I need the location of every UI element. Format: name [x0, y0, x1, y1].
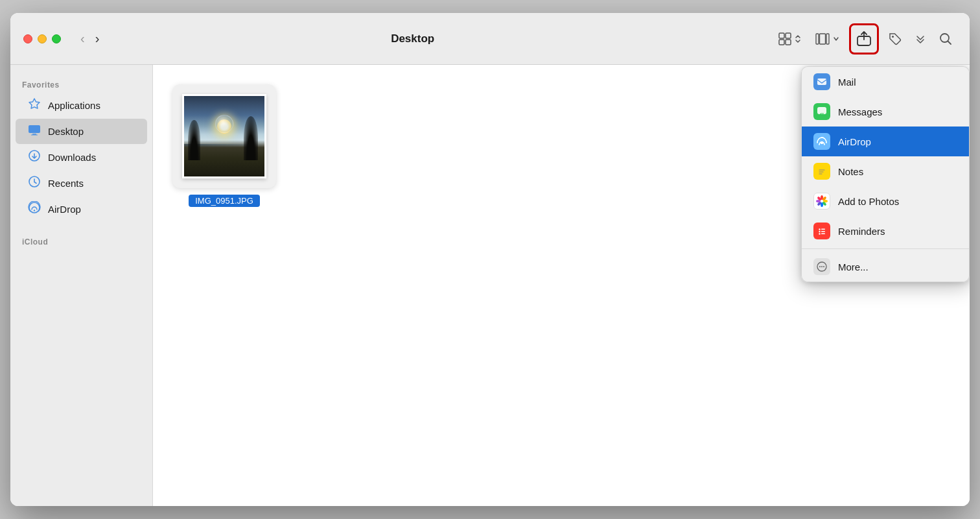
downloads-label: Downloads	[48, 152, 96, 163]
reminders-label: Reminders	[838, 226, 885, 237]
reminders-icon	[813, 223, 830, 239]
messages-label: Messages	[838, 106, 882, 117]
share-button-highlight	[849, 23, 879, 54]
maximize-button[interactable]	[52, 34, 61, 43]
mail-label: Mail	[838, 77, 856, 88]
file-thumbnail	[172, 84, 276, 188]
svg-point-39	[823, 266, 824, 267]
minimize-button[interactable]	[38, 34, 47, 43]
desktop-label: Desktop	[48, 126, 84, 137]
menu-item-airdrop[interactable]: AirDrop	[802, 127, 969, 156]
desktop-icon	[27, 123, 41, 139]
grid-view-icon	[778, 32, 792, 46]
gallery-view-icon	[815, 32, 830, 46]
svg-point-38	[821, 266, 822, 267]
menu-item-messages[interactable]: Messages	[802, 97, 969, 127]
more-icon	[813, 258, 830, 275]
photo-image	[184, 96, 264, 176]
window-title: Desktop	[62, 32, 764, 45]
photos-label: Add to Photos	[838, 196, 899, 207]
svg-rect-6	[826, 34, 829, 44]
svg-rect-0	[779, 33, 784, 38]
chevron-updown-icon	[793, 34, 802, 43]
airdrop-menu-icon	[813, 133, 830, 150]
svg-point-16	[34, 210, 35, 211]
sidebar-item-applications[interactable]: Applications	[16, 93, 147, 118]
notes-icon	[813, 163, 830, 180]
sidebar-item-recents[interactable]: Recents	[16, 171, 147, 196]
mail-icon	[813, 73, 830, 90]
tag-button[interactable]	[884, 28, 906, 50]
content-area: IMG_0951.JPG Mail	[153, 65, 970, 506]
more-toolbar-button[interactable]	[911, 30, 929, 48]
titlebar: ‹ › Desktop	[10, 13, 970, 65]
messages-icon	[813, 103, 830, 120]
airdrop-sidebar-icon	[27, 201, 41, 217]
svg-point-8	[892, 36, 894, 38]
menu-item-reminders[interactable]: Reminders	[802, 216, 969, 246]
share-button[interactable]	[853, 27, 875, 51]
svg-rect-5	[820, 34, 826, 44]
svg-rect-2	[779, 40, 784, 45]
main-content: Favorites Applications	[10, 65, 970, 506]
downloads-icon	[27, 149, 41, 165]
toolbar-right	[774, 23, 957, 54]
share-dropdown-menu: Mail Messages	[801, 66, 970, 282]
search-button[interactable]	[935, 28, 957, 50]
search-icon	[939, 32, 953, 46]
sidebar-item-airdrop[interactable]: AirDrop	[16, 197, 147, 222]
svg-rect-34	[821, 231, 825, 232]
file-label: IMG_0951.JPG	[189, 195, 260, 207]
view-icon-button[interactable]	[774, 28, 806, 50]
svg-point-32	[819, 233, 820, 234]
sidebar: Favorites Applications	[10, 65, 153, 506]
menu-item-mail[interactable]: Mail	[802, 67, 969, 97]
photo-slide	[182, 94, 266, 178]
gallery-view-button[interactable]	[811, 28, 844, 50]
svg-rect-11	[32, 134, 36, 135]
svg-point-31	[819, 231, 820, 232]
svg-rect-4	[816, 34, 819, 44]
traffic-lights	[23, 34, 61, 43]
svg-rect-10	[29, 125, 40, 133]
menu-item-photos[interactable]: Add to Photos	[802, 186, 969, 216]
more-label: More...	[838, 261, 869, 272]
svg-rect-33	[821, 229, 825, 230]
menu-divider	[802, 248, 969, 249]
tag-icon	[888, 32, 902, 46]
recents-label: Recents	[48, 178, 84, 189]
sidebar-item-desktop[interactable]: Desktop	[16, 119, 147, 144]
svg-rect-18	[817, 107, 826, 114]
share-icon	[857, 31, 871, 47]
svg-rect-17	[817, 78, 826, 85]
menu-item-notes[interactable]: Notes	[802, 156, 969, 186]
chevron-down-small-icon	[832, 35, 840, 43]
menu-item-more[interactable]: More...	[802, 252, 969, 282]
icloud-label: iCloud	[10, 232, 152, 249]
airdrop-label: AirDrop	[48, 204, 81, 215]
file-item[interactable]: IMG_0951.JPG	[172, 84, 276, 207]
double-chevron-icon	[915, 34, 926, 44]
favorites-label: Favorites	[10, 75, 152, 92]
notes-label: Notes	[838, 166, 863, 177]
airdrop-menu-label: AirDrop	[838, 136, 871, 147]
photos-icon	[813, 193, 830, 210]
close-button[interactable]	[23, 34, 32, 43]
svg-point-30	[819, 228, 820, 230]
applications-icon	[27, 97, 41, 114]
svg-rect-12	[31, 135, 38, 136]
svg-rect-3	[786, 40, 791, 45]
applications-label: Applications	[48, 100, 100, 111]
svg-rect-35	[821, 234, 825, 235]
recents-icon	[27, 175, 41, 191]
finder-window: ‹ › Desktop	[10, 13, 970, 506]
sidebar-item-downloads[interactable]: Downloads	[16, 145, 147, 170]
svg-point-37	[819, 266, 821, 267]
svg-rect-1	[786, 33, 791, 38]
